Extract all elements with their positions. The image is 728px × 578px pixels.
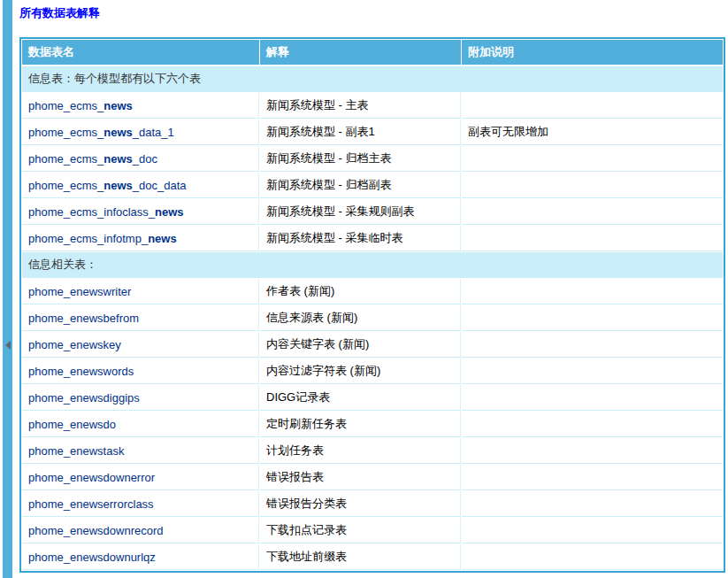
table-name-cell: phome_ecms_news bbox=[22, 93, 259, 119]
table-note-cell: 副表可无限增加 bbox=[462, 119, 723, 145]
table-row: phome_enewsdo定时刷新任务表 bbox=[22, 412, 723, 437]
table-name-link[interactable]: phome_enewsdownerror bbox=[28, 471, 155, 484]
table-name-prefix: phome_enewswriter bbox=[28, 285, 131, 298]
frame-collapse-button[interactable] bbox=[3, 338, 12, 352]
table-name-link[interactable]: phome_enewstask bbox=[28, 444, 124, 458]
table-name-prefix: phome_ecms_ bbox=[28, 152, 103, 166]
column-header-table-name: 数据表名 bbox=[22, 40, 259, 66]
table-name-cell: phome_enewsdownerror bbox=[22, 465, 259, 490]
table-name-prefix: phome_enewsbefrom bbox=[28, 312, 139, 325]
table-note-cell bbox=[462, 385, 723, 411]
table-note-cell bbox=[462, 332, 723, 358]
table-note-cell bbox=[462, 412, 723, 437]
column-header-explanation: 解释 bbox=[260, 40, 461, 66]
table-note-cell bbox=[462, 465, 723, 490]
frame-divider[interactable] bbox=[3, 0, 12, 578]
table-explanation-cell: 新闻系统模型 - 采集临时表 bbox=[260, 226, 461, 251]
table-explanation-cell: 新闻系统模型 - 副表1 bbox=[260, 119, 461, 145]
table-note-cell bbox=[462, 491, 723, 517]
table-name-bold-part: news bbox=[103, 179, 133, 192]
table-explanation-cell: DIGG记录表 bbox=[260, 385, 461, 411]
table-name-prefix: phome_ecms_ bbox=[28, 126, 103, 139]
table-name-prefix: phome_enewskey bbox=[28, 338, 121, 351]
table-explanation-cell: 信息来源表 (新闻) bbox=[260, 305, 461, 331]
table-row: phome_ecms_news新闻系统模型 - 主表 bbox=[22, 93, 723, 119]
table-explanation-cell: 下载地址前缀表 bbox=[260, 544, 461, 570]
table-name-bold-part: news bbox=[148, 232, 177, 245]
table-name-suffix: _doc bbox=[133, 152, 157, 166]
table-name-link[interactable]: phome_enewsdiggips bbox=[28, 391, 140, 405]
table-name-link[interactable]: phome_enewswords bbox=[28, 365, 134, 378]
table-explanation-cell: 错误报告表 bbox=[260, 465, 461, 490]
table-name-cell: phome_enewswriter bbox=[22, 279, 259, 304]
table-row: phome_enewsdiggipsDIGG记录表 bbox=[22, 385, 723, 411]
table-explanation-cell: 下载扣点记录表 bbox=[260, 518, 461, 543]
table-name-cell: phome_ecms_infoclass_news bbox=[22, 199, 259, 225]
table-row: phome_enewswords内容过滤字符表 (新闻) bbox=[22, 358, 723, 384]
table-name-cell: phome_enewserrorclass bbox=[22, 491, 259, 517]
table-explanation-cell: 新闻系统模型 - 采集规则副表 bbox=[260, 199, 461, 225]
section-row: 信息相关表： bbox=[22, 252, 723, 278]
table-name-link[interactable]: phome_ecms_news bbox=[28, 99, 133, 112]
table-name-cell: phome_enewsdownrecord bbox=[22, 518, 259, 543]
table-note-cell bbox=[462, 93, 723, 119]
table-note-cell bbox=[462, 173, 723, 198]
table-name-cell: phome_enewsdownurlqz bbox=[22, 544, 259, 570]
table-row: phome_ecms_news_doc_data新闻系统模型 - 归档副表 bbox=[22, 173, 723, 198]
table-name-cell: phome_enewsdo bbox=[22, 412, 259, 437]
table-name-cell: phome_ecms_infotmp_news bbox=[22, 226, 259, 251]
table-name-link[interactable]: phome_ecms_news_doc_data bbox=[28, 179, 187, 192]
table-name-cell: phome_ecms_news_doc_data bbox=[22, 173, 259, 198]
table-name-link[interactable]: phome_enewserrorclass bbox=[28, 497, 154, 511]
table-row: phome_enewserrorclass错误报告分类表 bbox=[22, 491, 723, 517]
table-name-link[interactable]: phome_enewskey bbox=[28, 338, 121, 351]
table-row: phome_ecms_news_data_1新闻系统模型 - 副表1副表可无限增… bbox=[22, 119, 723, 145]
section-row: 信息表：每个模型都有以下六个表 bbox=[22, 66, 723, 92]
column-header-note: 附加说明 bbox=[462, 40, 723, 66]
table-name-cell: phome_enewskey bbox=[22, 332, 259, 358]
table-explanation-cell: 错误报告分类表 bbox=[260, 491, 461, 517]
table-row: phome_enewsdownrecord下载扣点记录表 bbox=[22, 518, 723, 543]
table-name-cell: phome_ecms_news_data_1 bbox=[22, 119, 259, 145]
table-name-link[interactable]: phome_enewswriter bbox=[28, 285, 131, 298]
table-explanation-cell: 定时刷新任务表 bbox=[260, 412, 461, 437]
table-row: phome_enewskey内容关键字表 (新闻) bbox=[22, 332, 723, 358]
table-name-prefix: phome_ecms_infoclass_ bbox=[28, 205, 155, 219]
table-name-link[interactable]: phome_ecms_infotmp_news bbox=[28, 232, 177, 245]
table-explanation-cell: 作者表 (新闻) bbox=[260, 279, 461, 304]
table-note-cell bbox=[462, 146, 723, 172]
table-row: phome_enewsdownerror错误报告表 bbox=[22, 465, 723, 490]
table-note-cell bbox=[462, 518, 723, 543]
table-name-suffix: _data_1 bbox=[133, 126, 174, 139]
table-note-cell bbox=[462, 279, 723, 304]
main-content: 所有数据表解释 数据表名 解释 附加说明 信息表：每个模型都有以下六个表phom… bbox=[19, 0, 727, 573]
table-explanation-cell: 内容关键字表 (新闻) bbox=[260, 332, 461, 358]
table-row: phome_enewsdownurlqz下载地址前缀表 bbox=[22, 544, 723, 570]
section-label: 信息表：每个模型都有以下六个表 bbox=[22, 66, 723, 92]
table-name-link[interactable]: phome_enewsbefrom bbox=[28, 312, 139, 325]
table-name-cell: phome_enewswords bbox=[22, 358, 259, 384]
table-name-link[interactable]: phome_ecms_news_doc bbox=[28, 152, 157, 166]
table-name-suffix: _doc_data bbox=[133, 179, 187, 192]
table-note-cell bbox=[462, 438, 723, 464]
table-note-cell bbox=[462, 358, 723, 384]
table-row: phome_enewsbefrom信息来源表 (新闻) bbox=[22, 305, 723, 331]
table-name-prefix: phome_enewsdownrecord bbox=[28, 524, 163, 537]
table-name-link[interactable]: phome_enewsdo bbox=[28, 418, 116, 431]
page-title: 所有数据表解释 bbox=[19, 6, 727, 20]
table-note-cell bbox=[462, 305, 723, 331]
table-name-link[interactable]: phome_enewsdownrecord bbox=[28, 524, 163, 537]
table-row: phome_enewstask计划任务表 bbox=[22, 438, 723, 464]
table-header-row: 数据表名 解释 附加说明 bbox=[22, 40, 723, 66]
table-name-link[interactable]: phome_enewsdownurlqz bbox=[28, 551, 156, 564]
table-name-link[interactable]: phome_ecms_news_data_1 bbox=[28, 126, 174, 139]
table-name-prefix: phome_enewswords bbox=[28, 365, 134, 378]
table-row: phome_enewswriter作者表 (新闻) bbox=[22, 279, 723, 304]
table-name-prefix: phome_enewsdownurlqz bbox=[28, 551, 156, 564]
table-explanation-cell: 内容过滤字符表 (新闻) bbox=[260, 358, 461, 384]
table-name-link[interactable]: phome_ecms_infoclass_news bbox=[28, 205, 184, 219]
table-name-prefix: phome_ecms_ bbox=[28, 99, 103, 112]
table-row: phome_ecms_news_doc新闻系统模型 - 归档主表 bbox=[22, 146, 723, 172]
table-explanation-cell: 新闻系统模型 - 归档副表 bbox=[260, 173, 461, 198]
table-name-prefix: phome_enewsdo bbox=[28, 418, 116, 431]
